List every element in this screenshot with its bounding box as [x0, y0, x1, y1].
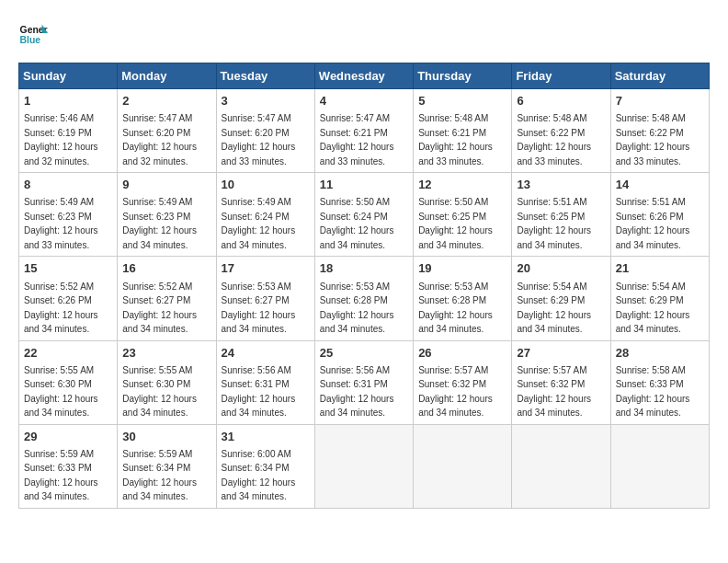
day-cell-18: 18Sunrise: 5:53 AMSunset: 6:28 PMDayligh… — [314, 257, 413, 340]
day-cell-14: 14Sunrise: 5:51 AMSunset: 6:26 PMDayligh… — [610, 173, 709, 257]
day-cell-6: 6Sunrise: 5:48 AMSunset: 6:22 PMDaylight… — [512, 89, 610, 173]
weekday-header-wednesday: Wednesday — [314, 63, 413, 89]
day-cell-26: 26Sunrise: 5:57 AMSunset: 6:32 PMDayligh… — [414, 340, 512, 424]
day-cell-21: 21Sunrise: 5:54 AMSunset: 6:29 PMDayligh… — [610, 257, 709, 340]
week-row-3: 15Sunrise: 5:52 AMSunset: 6:26 PMDayligh… — [19, 257, 710, 340]
day-cell-12: 12Sunrise: 5:50 AMSunset: 6:25 PMDayligh… — [414, 173, 512, 257]
week-row-2: 8Sunrise: 5:49 AMSunset: 6:23 PMDaylight… — [19, 173, 710, 257]
day-cell-empty — [512, 424, 610, 508]
day-cell-empty — [314, 424, 413, 508]
weekday-header-sunday: Sunday — [19, 63, 118, 89]
day-cell-11: 11Sunrise: 5:50 AMSunset: 6:24 PMDayligh… — [314, 173, 413, 257]
logo-icon: General Blue — [18, 18, 48, 48]
logo: General Blue — [18, 18, 48, 48]
day-cell-27: 27Sunrise: 5:57 AMSunset: 6:32 PMDayligh… — [512, 340, 610, 424]
day-cell-4: 4Sunrise: 5:47 AMSunset: 6:21 PMDaylight… — [314, 89, 413, 173]
day-cell-19: 19Sunrise: 5:53 AMSunset: 6:28 PMDayligh… — [414, 257, 512, 340]
day-cell-20: 20Sunrise: 5:54 AMSunset: 6:29 PMDayligh… — [512, 257, 610, 340]
svg-text:Blue: Blue — [20, 35, 41, 45]
day-cell-28: 28Sunrise: 5:58 AMSunset: 6:33 PMDayligh… — [610, 340, 709, 424]
day-cell-31: 31Sunrise: 6:00 AMSunset: 6:34 PMDayligh… — [216, 424, 314, 508]
day-cell-15: 15Sunrise: 5:52 AMSunset: 6:26 PMDayligh… — [19, 257, 118, 340]
week-row-1: 1Sunrise: 5:46 AMSunset: 6:19 PMDaylight… — [19, 89, 710, 173]
day-cell-empty — [414, 424, 512, 508]
weekday-header-friday: Friday — [512, 63, 610, 89]
day-cell-3: 3Sunrise: 5:47 AMSunset: 6:20 PMDaylight… — [216, 89, 314, 173]
weekday-header-tuesday: Tuesday — [216, 63, 314, 89]
day-cell-25: 25Sunrise: 5:56 AMSunset: 6:31 PMDayligh… — [314, 340, 413, 424]
day-cell-9: 9Sunrise: 5:49 AMSunset: 6:23 PMDaylight… — [118, 173, 216, 257]
weekday-header-saturday: Saturday — [610, 63, 709, 89]
day-cell-16: 16Sunrise: 5:52 AMSunset: 6:27 PMDayligh… — [118, 257, 216, 340]
day-cell-1: 1Sunrise: 5:46 AMSunset: 6:19 PMDaylight… — [19, 89, 118, 173]
calendar-table: SundayMondayTuesdayWednesdayThursdayFrid… — [18, 63, 710, 509]
week-row-4: 22Sunrise: 5:55 AMSunset: 6:30 PMDayligh… — [19, 340, 710, 424]
day-cell-22: 22Sunrise: 5:55 AMSunset: 6:30 PMDayligh… — [19, 340, 118, 424]
week-row-5: 29Sunrise: 5:59 AMSunset: 6:33 PMDayligh… — [19, 424, 710, 508]
weekday-header-row: SundayMondayTuesdayWednesdayThursdayFrid… — [19, 63, 710, 89]
day-cell-empty — [610, 424, 709, 508]
day-cell-24: 24Sunrise: 5:56 AMSunset: 6:31 PMDayligh… — [216, 340, 314, 424]
weekday-header-thursday: Thursday — [414, 63, 512, 89]
day-cell-10: 10Sunrise: 5:49 AMSunset: 6:24 PMDayligh… — [216, 173, 314, 257]
day-cell-30: 30Sunrise: 5:59 AMSunset: 6:34 PMDayligh… — [118, 424, 216, 508]
page-header: General Blue — [18, 18, 710, 48]
day-cell-13: 13Sunrise: 5:51 AMSunset: 6:25 PMDayligh… — [512, 173, 610, 257]
day-cell-5: 5Sunrise: 5:48 AMSunset: 6:21 PMDaylight… — [414, 89, 512, 173]
day-cell-29: 29Sunrise: 5:59 AMSunset: 6:33 PMDayligh… — [19, 424, 118, 508]
day-cell-8: 8Sunrise: 5:49 AMSunset: 6:23 PMDaylight… — [19, 173, 118, 257]
weekday-header-monday: Monday — [118, 63, 216, 89]
day-cell-23: 23Sunrise: 5:55 AMSunset: 6:30 PMDayligh… — [118, 340, 216, 424]
day-cell-2: 2Sunrise: 5:47 AMSunset: 6:20 PMDaylight… — [118, 89, 216, 173]
day-cell-17: 17Sunrise: 5:53 AMSunset: 6:27 PMDayligh… — [216, 257, 314, 340]
day-cell-7: 7Sunrise: 5:48 AMSunset: 6:22 PMDaylight… — [610, 89, 709, 173]
